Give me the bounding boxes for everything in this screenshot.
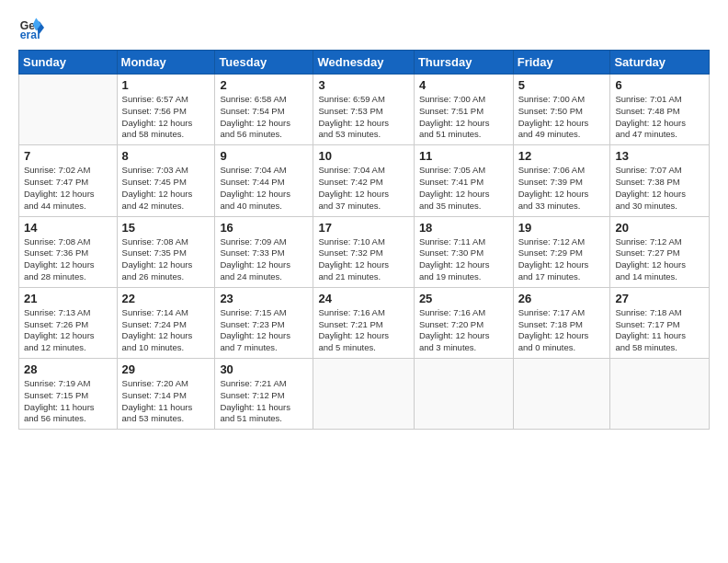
calendar-cell: 25Sunrise: 7:16 AM Sunset: 7:20 PM Dayli… (414, 287, 513, 358)
day-number: 20 (615, 221, 704, 235)
day-number: 28 (24, 362, 112, 376)
day-number: 2 (220, 78, 308, 92)
day-info: Sunrise: 7:18 AM Sunset: 7:17 PM Dayligh… (615, 307, 704, 354)
day-info: Sunrise: 7:09 AM Sunset: 7:33 PM Dayligh… (220, 236, 308, 283)
weekday-header-monday: Monday (117, 51, 215, 75)
day-info: Sunrise: 7:19 AM Sunset: 7:15 PM Dayligh… (24, 378, 112, 425)
day-number: 13 (615, 149, 704, 163)
calendar-cell: 16Sunrise: 7:09 AM Sunset: 7:33 PM Dayli… (215, 216, 313, 287)
calendar-cell: 8Sunrise: 7:03 AM Sunset: 7:45 PM Daylig… (117, 145, 215, 216)
calendar-cell: 3Sunrise: 6:59 AM Sunset: 7:53 PM Daylig… (313, 75, 414, 145)
day-info: Sunrise: 7:05 AM Sunset: 7:41 PM Dayligh… (419, 165, 508, 212)
day-info: Sunrise: 6:59 AM Sunset: 7:53 PM Dayligh… (318, 94, 408, 141)
day-number: 16 (220, 221, 308, 235)
calendar-cell: 26Sunrise: 7:17 AM Sunset: 7:18 PM Dayli… (513, 287, 610, 358)
day-info: Sunrise: 7:15 AM Sunset: 7:23 PM Dayligh… (220, 307, 308, 354)
calendar-cell: 17Sunrise: 7:10 AM Sunset: 7:32 PM Dayli… (313, 216, 414, 287)
calendar-cell: 2Sunrise: 6:58 AM Sunset: 7:54 PM Daylig… (215, 75, 313, 145)
day-info: Sunrise: 7:10 AM Sunset: 7:32 PM Dayligh… (318, 236, 408, 283)
calendar-cell: 23Sunrise: 7:15 AM Sunset: 7:23 PM Dayli… (215, 287, 313, 358)
day-info: Sunrise: 7:08 AM Sunset: 7:36 PM Dayligh… (24, 236, 112, 283)
day-number: 24 (318, 292, 408, 305)
page-header: Gen eral (18, 15, 710, 40)
day-number: 26 (518, 292, 606, 305)
day-number: 21 (24, 292, 112, 305)
weekday-header-row: SundayMondayTuesdayWednesdayThursdayFrid… (19, 51, 710, 75)
week-row-3: 14Sunrise: 7:08 AM Sunset: 7:36 PM Dayli… (19, 216, 710, 287)
day-number: 22 (122, 292, 210, 305)
day-number: 7 (24, 149, 112, 163)
day-info: Sunrise: 7:00 AM Sunset: 7:51 PM Dayligh… (419, 94, 508, 141)
day-number: 10 (318, 149, 408, 163)
weekday-header-sunday: Sunday (19, 51, 118, 75)
calendar-table: SundayMondayTuesdayWednesdayThursdayFrid… (18, 50, 710, 430)
calendar-cell: 20Sunrise: 7:12 AM Sunset: 7:27 PM Dayli… (610, 216, 710, 287)
calendar-cell: 9Sunrise: 7:04 AM Sunset: 7:44 PM Daylig… (215, 145, 313, 216)
calendar-cell (513, 359, 610, 430)
day-info: Sunrise: 7:12 AM Sunset: 7:27 PM Dayligh… (615, 236, 704, 283)
day-info: Sunrise: 7:00 AM Sunset: 7:50 PM Dayligh… (518, 94, 606, 141)
day-number: 17 (318, 221, 408, 235)
calendar-cell (313, 359, 414, 430)
day-number: 3 (318, 78, 408, 92)
calendar-cell: 14Sunrise: 7:08 AM Sunset: 7:36 PM Dayli… (19, 216, 118, 287)
day-number: 5 (518, 78, 606, 92)
calendar-cell: 27Sunrise: 7:18 AM Sunset: 7:17 PM Dayli… (610, 287, 710, 358)
week-row-2: 7Sunrise: 7:02 AM Sunset: 7:47 PM Daylig… (19, 145, 710, 216)
day-info: Sunrise: 7:11 AM Sunset: 7:30 PM Dayligh… (419, 236, 508, 283)
day-number: 12 (518, 149, 606, 163)
day-info: Sunrise: 7:14 AM Sunset: 7:24 PM Dayligh… (122, 307, 210, 354)
calendar-cell: 24Sunrise: 7:16 AM Sunset: 7:21 PM Dayli… (313, 287, 414, 358)
calendar-cell: 6Sunrise: 7:01 AM Sunset: 7:48 PM Daylig… (610, 75, 710, 145)
logo: Gen eral (18, 15, 48, 40)
weekday-header-wednesday: Wednesday (313, 51, 414, 75)
calendar-cell: 11Sunrise: 7:05 AM Sunset: 7:41 PM Dayli… (414, 145, 513, 216)
day-info: Sunrise: 7:12 AM Sunset: 7:29 PM Dayligh… (518, 236, 606, 283)
calendar-cell: 19Sunrise: 7:12 AM Sunset: 7:29 PM Dayli… (513, 216, 610, 287)
day-info: Sunrise: 7:20 AM Sunset: 7:14 PM Dayligh… (122, 378, 210, 425)
day-info: Sunrise: 7:17 AM Sunset: 7:18 PM Dayligh… (518, 307, 606, 354)
calendar-cell: 7Sunrise: 7:02 AM Sunset: 7:47 PM Daylig… (19, 145, 118, 216)
calendar-cell (610, 359, 710, 430)
calendar-cell (19, 75, 118, 145)
day-number: 30 (220, 362, 308, 376)
weekday-header-saturday: Saturday (610, 51, 710, 75)
calendar-cell: 29Sunrise: 7:20 AM Sunset: 7:14 PM Dayli… (117, 359, 215, 430)
day-number: 11 (419, 149, 508, 163)
calendar-cell: 22Sunrise: 7:14 AM Sunset: 7:24 PM Dayli… (117, 287, 215, 358)
calendar-cell: 30Sunrise: 7:21 AM Sunset: 7:12 PM Dayli… (215, 359, 313, 430)
calendar-cell: 28Sunrise: 7:19 AM Sunset: 7:15 PM Dayli… (19, 359, 118, 430)
day-info: Sunrise: 7:08 AM Sunset: 7:35 PM Dayligh… (122, 236, 210, 283)
day-info: Sunrise: 6:57 AM Sunset: 7:56 PM Dayligh… (122, 94, 210, 141)
day-info: Sunrise: 7:03 AM Sunset: 7:45 PM Dayligh… (122, 165, 210, 212)
day-info: Sunrise: 7:13 AM Sunset: 7:26 PM Dayligh… (24, 307, 112, 354)
calendar-cell: 12Sunrise: 7:06 AM Sunset: 7:39 PM Dayli… (513, 145, 610, 216)
logo-icon: Gen eral (18, 15, 44, 40)
week-row-5: 28Sunrise: 7:19 AM Sunset: 7:15 PM Dayli… (19, 359, 710, 430)
week-row-1: 1Sunrise: 6:57 AM Sunset: 7:56 PM Daylig… (19, 75, 710, 145)
weekday-header-friday: Friday (513, 51, 610, 75)
day-number: 27 (615, 292, 704, 305)
day-info: Sunrise: 7:16 AM Sunset: 7:20 PM Dayligh… (419, 307, 508, 354)
calendar-cell: 21Sunrise: 7:13 AM Sunset: 7:26 PM Dayli… (19, 287, 118, 358)
calendar-cell: 5Sunrise: 7:00 AM Sunset: 7:50 PM Daylig… (513, 75, 610, 145)
day-number: 9 (220, 149, 308, 163)
calendar-cell: 4Sunrise: 7:00 AM Sunset: 7:51 PM Daylig… (414, 75, 513, 145)
calendar-cell: 15Sunrise: 7:08 AM Sunset: 7:35 PM Dayli… (117, 216, 215, 287)
day-number: 14 (24, 221, 112, 235)
day-info: Sunrise: 7:01 AM Sunset: 7:48 PM Dayligh… (615, 94, 704, 141)
day-number: 1 (122, 78, 210, 92)
day-number: 8 (122, 149, 210, 163)
calendar-cell: 10Sunrise: 7:04 AM Sunset: 7:42 PM Dayli… (313, 145, 414, 216)
day-number: 6 (615, 78, 704, 92)
day-number: 23 (220, 292, 308, 305)
day-number: 15 (122, 221, 210, 235)
day-number: 25 (419, 292, 508, 305)
day-number: 29 (122, 362, 210, 376)
calendar-cell (414, 359, 513, 430)
day-number: 18 (419, 221, 508, 235)
day-info: Sunrise: 6:58 AM Sunset: 7:54 PM Dayligh… (220, 94, 308, 141)
day-info: Sunrise: 7:02 AM Sunset: 7:47 PM Dayligh… (24, 165, 112, 212)
weekday-header-tuesday: Tuesday (215, 51, 313, 75)
day-info: Sunrise: 7:07 AM Sunset: 7:38 PM Dayligh… (615, 165, 704, 212)
